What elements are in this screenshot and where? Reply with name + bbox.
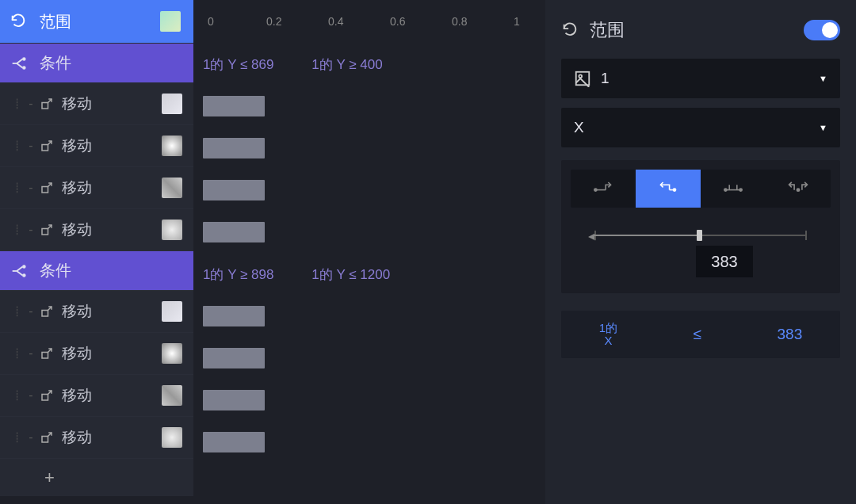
move-icon — [40, 97, 54, 111]
condition-label: 条件 — [40, 52, 71, 74]
timeline-row[interactable] — [193, 337, 545, 379]
threshold-slider[interactable]: ◀ 383 — [571, 227, 831, 284]
move-icon — [40, 430, 54, 445]
move-row[interactable]: ┊-移动 — [0, 332, 193, 374]
move-row[interactable]: ┊-移动 — [0, 416, 193, 458]
panel-title: 范围 — [590, 18, 625, 42]
move-row[interactable]: ┊-移动 — [0, 374, 193, 416]
svg-rect-11 — [42, 437, 48, 443]
timeline-bar[interactable] — [203, 138, 265, 158]
axis-select[interactable]: X ▼ — [561, 108, 840, 147]
timeline-bar[interactable] — [203, 306, 265, 326]
tick: 0.4 — [328, 15, 343, 28]
tick: 0.2 — [266, 15, 281, 28]
slider-value[interactable]: 383 — [696, 246, 753, 277]
range-label: 范围 — [40, 11, 71, 32]
move-icon — [40, 181, 54, 195]
range-thumb — [160, 11, 181, 32]
svg-point-1 — [23, 67, 25, 69]
move-thumb — [162, 94, 182, 114]
svg-point-6 — [23, 265, 25, 268]
timeline-row[interactable] — [193, 295, 545, 337]
svg-rect-4 — [42, 187, 48, 193]
expression-readout: 1的 X ≤ 383 — [561, 311, 840, 358]
properties-panel: 范围 1 ▼ X ▼ — [545, 0, 856, 504]
plus-icon: + — [44, 468, 55, 488]
enable-toggle[interactable] — [804, 20, 840, 40]
move-label: 移动 — [62, 178, 92, 198]
tab-backward[interactable] — [636, 170, 701, 208]
svg-point-14 — [594, 189, 597, 191]
svg-rect-9 — [42, 353, 48, 359]
timeline-bar[interactable] — [203, 348, 265, 368]
svg-point-13 — [579, 74, 582, 78]
expr: 1的 Y ≥ 898 — [203, 265, 273, 284]
timeline-row[interactable] — [193, 85, 545, 127]
condition-header[interactable]: 条件 — [0, 43, 193, 82]
readout-term: 1的 X — [599, 322, 617, 348]
svg-rect-8 — [42, 311, 48, 317]
image-icon — [574, 70, 591, 87]
tick: 0.6 — [390, 15, 405, 28]
svg-point-18 — [797, 189, 799, 191]
move-thumb — [162, 220, 182, 240]
move-row[interactable]: ┊-移动 — [0, 166, 193, 208]
move-row[interactable]: ┊-移动 — [0, 82, 193, 124]
timeline-bar[interactable] — [203, 96, 265, 116]
timeline-row[interactable] — [193, 211, 545, 253]
move-thumb — [162, 427, 182, 448]
timeline-row[interactable] — [193, 421, 545, 463]
move-row[interactable]: ┊-移动 — [0, 208, 193, 250]
move-icon — [40, 388, 54, 403]
move-row[interactable]: ┊-移动 — [0, 290, 193, 332]
move-label: 移动 — [62, 220, 92, 240]
range-icon — [561, 21, 579, 39]
readout-value: 383 — [778, 326, 803, 343]
tab-forward[interactable] — [571, 170, 636, 208]
timeline-bar[interactable] — [203, 222, 265, 242]
timeline-row[interactable] — [193, 379, 545, 421]
timeline-row[interactable] — [193, 127, 545, 169]
timeline-bar[interactable] — [203, 432, 265, 452]
move-icon — [40, 346, 54, 361]
move-label: 移动 — [62, 94, 92, 114]
tick: 0 — [208, 15, 214, 28]
range-header[interactable]: 范围 — [0, 0, 193, 43]
target-select[interactable]: 1 ▼ — [561, 59, 840, 98]
slider-handle[interactable] — [697, 230, 702, 241]
move-thumb — [162, 301, 182, 322]
move-label: 移动 — [62, 385, 92, 406]
timeline-ruler[interactable]: 0 0.2 0.4 0.6 0.8 1 — [193, 0, 545, 43]
move-thumb — [162, 136, 182, 156]
move-thumb — [162, 385, 182, 406]
tab-both[interactable] — [701, 170, 766, 208]
condition-expression: 1的 Y ≥ 898 1的 Y ≤ 1200 — [193, 253, 545, 295]
timeline-bar[interactable] — [203, 390, 265, 410]
move-label: 移动 — [62, 343, 92, 364]
tree-panel: 范围 条件 ┊-移动 ┊-移动 ┊-移动 ┊-移动 条件 ┊-移动 ┊-移动 ┊… — [0, 0, 193, 504]
add-button[interactable]: + — [0, 458, 193, 496]
tick: 1 — [514, 15, 520, 28]
timeline-bar[interactable] — [203, 180, 265, 200]
expr: 1的 Y ≥ 400 — [311, 55, 382, 74]
expr: 1的 Y ≤ 869 — [203, 55, 273, 74]
svg-point-7 — [23, 274, 25, 277]
chevron-down-icon: ▼ — [819, 74, 827, 83]
branch-icon — [10, 55, 27, 72]
svg-rect-10 — [42, 395, 48, 401]
move-icon — [40, 223, 54, 237]
direction-tabs — [571, 170, 831, 208]
move-thumb — [162, 343, 182, 364]
timeline-row[interactable] — [193, 169, 545, 211]
select-value: X — [574, 119, 584, 136]
svg-rect-12 — [576, 72, 590, 86]
move-icon — [40, 139, 54, 153]
svg-point-17 — [739, 189, 742, 191]
condition-label: 条件 — [40, 260, 71, 281]
condition-header[interactable]: 条件 — [0, 250, 193, 290]
move-row[interactable]: ┊-移动 — [0, 124, 193, 166]
move-label: 移动 — [62, 427, 92, 448]
tab-bidirectional[interactable] — [766, 170, 831, 208]
select-value: 1 — [601, 70, 610, 87]
move-icon — [40, 304, 54, 319]
